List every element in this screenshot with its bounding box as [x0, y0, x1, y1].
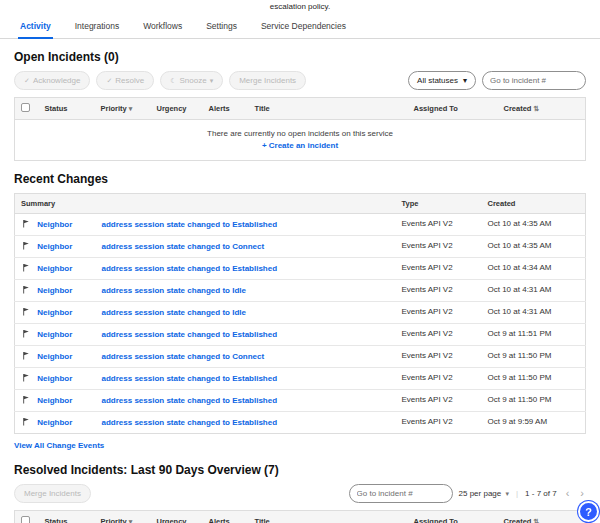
- change-actor-link[interactable]: Neighbor: [37, 308, 99, 317]
- table-row: Neighbor address session state changed t…: [15, 390, 586, 412]
- resolve-icon: ✓: [106, 77, 112, 85]
- snooze-button[interactable]: ☾ Snooze ▾: [160, 71, 223, 90]
- column-title[interactable]: Title: [249, 511, 408, 523]
- change-actor-link[interactable]: Neighbor: [37, 286, 99, 295]
- change-summary-link[interactable]: address session state changed to Idle: [101, 286, 246, 295]
- change-actor-link[interactable]: Neighbor: [37, 242, 99, 251]
- table-row: Neighbor address session state changed t…: [15, 346, 586, 368]
- select-all-checkbox[interactable]: [21, 516, 30, 523]
- acknowledge-label: Acknowledge: [33, 76, 81, 85]
- change-created: Oct 9 at 11:50 PM: [482, 368, 586, 390]
- column-assigned-to[interactable]: Assigned To: [408, 98, 498, 120]
- change-event-icon: [21, 417, 30, 428]
- table-row: Neighbor address session state changed t…: [15, 258, 586, 280]
- service-description: escalation policy.: [0, 0, 600, 15]
- tab-bar: Activity Integrations Workflows Settings…: [0, 15, 600, 39]
- chevron-right-icon[interactable]: ›: [578, 488, 586, 499]
- change-actor-link[interactable]: Neighbor: [37, 220, 99, 229]
- tab-integrations[interactable]: Integrations: [73, 15, 121, 39]
- column-alerts[interactable]: Alerts: [203, 98, 249, 120]
- change-created: Oct 9 at 11:51 PM: [482, 324, 586, 346]
- change-summary-link[interactable]: address session state changed to Establi…: [101, 264, 277, 273]
- column-urgency[interactable]: Urgency: [151, 98, 203, 120]
- change-actor-link[interactable]: Neighbor: [37, 396, 99, 405]
- goto-incident-input[interactable]: [482, 71, 586, 90]
- change-type: Events API V2: [396, 412, 482, 434]
- column-type: Type: [396, 194, 482, 214]
- sort-icon: ⇅: [533, 518, 539, 523]
- change-summary-link[interactable]: address session state changed to Connect: [101, 242, 264, 251]
- column-assigned-to[interactable]: Assigned To: [408, 511, 498, 523]
- change-event-icon: [21, 351, 30, 362]
- change-actor-link[interactable]: Neighbor: [37, 374, 99, 383]
- column-status[interactable]: Status: [39, 98, 95, 120]
- change-event-icon: [21, 329, 30, 340]
- merge-incidents-label: Merge Incidents: [239, 76, 296, 85]
- merge-incidents-label: Merge Incidents: [24, 489, 81, 498]
- column-title[interactable]: Title: [249, 98, 408, 120]
- chevron-left-icon[interactable]: ‹: [564, 488, 572, 499]
- change-actor-link[interactable]: Neighbor: [37, 330, 99, 339]
- view-all-change-events-link[interactable]: View All Change Events: [14, 441, 104, 450]
- column-priority[interactable]: Priority▾: [95, 98, 151, 120]
- snooze-icon: ☾: [170, 77, 176, 85]
- snooze-label: Snooze: [180, 76, 207, 85]
- table-header-row: Status Priority▾ Urgency Alerts Title As…: [15, 98, 586, 120]
- table-header-row: Summary Type Created: [15, 194, 586, 214]
- tab-activity[interactable]: Activity: [18, 15, 53, 39]
- change-type: Events API V2: [396, 368, 482, 390]
- change-summary-link[interactable]: address session state changed to Establi…: [101, 374, 277, 383]
- chevron-down-icon: ▾: [210, 77, 214, 85]
- change-summary-link[interactable]: address session state changed to Idle: [101, 308, 246, 317]
- acknowledge-button[interactable]: ✓ Acknowledge: [14, 71, 90, 90]
- create-incident-link[interactable]: + Create an incident: [262, 141, 338, 150]
- status-filter-dropdown[interactable]: All statuses ▾: [408, 71, 476, 90]
- change-actor-link[interactable]: Neighbor: [37, 418, 99, 427]
- merge-incidents-button[interactable]: Merge Incidents: [14, 484, 91, 503]
- open-incidents-filters: All statuses ▾: [408, 71, 586, 90]
- change-actor-link[interactable]: Neighbor: [37, 264, 99, 273]
- change-type: Events API V2: [396, 280, 482, 302]
- column-created[interactable]: Created⇅: [498, 98, 586, 120]
- change-event-icon: [21, 263, 30, 274]
- status-filter-label: All statuses: [417, 76, 458, 85]
- goto-incident-input[interactable]: [349, 484, 453, 503]
- resolved-incidents-title: Resolved Incidents: Last 90 Days Overvie…: [14, 463, 586, 477]
- tab-workflows[interactable]: Workflows: [141, 15, 184, 39]
- change-summary-link[interactable]: address session state changed to Establi…: [101, 220, 277, 229]
- column-urgency[interactable]: Urgency: [151, 511, 203, 523]
- column-priority[interactable]: Priority▾: [95, 511, 151, 523]
- change-event-icon: [21, 219, 30, 230]
- merge-incidents-button[interactable]: Merge Incidents: [229, 71, 306, 90]
- recent-changes-table: Summary Type Created Neighbor address se…: [14, 193, 586, 434]
- change-actor-link[interactable]: Neighbor: [37, 352, 99, 361]
- help-button[interactable]: ?: [578, 501, 599, 522]
- select-all-checkbox[interactable]: [21, 103, 30, 112]
- open-incidents-toolbar: ✓ Acknowledge ✓ Resolve ☾ Snooze ▾ Merge…: [14, 71, 586, 90]
- change-type: Events API V2: [396, 214, 482, 236]
- table-row: Neighbor address session state changed t…: [15, 214, 586, 236]
- open-incidents-title: Open Incidents (0): [14, 50, 586, 64]
- column-status[interactable]: Status: [39, 511, 95, 523]
- change-summary-link[interactable]: address session state changed to Connect: [101, 352, 264, 361]
- column-created[interactable]: Created⇅: [498, 511, 586, 523]
- recent-changes-title: Recent Changes: [14, 172, 586, 186]
- page-range: 1 - 7 of 7: [525, 489, 557, 498]
- per-page-dropdown[interactable]: 25 per page ▾: [459, 489, 509, 498]
- resolve-button[interactable]: ✓ Resolve: [96, 71, 154, 90]
- change-event-icon: [21, 285, 30, 296]
- change-summary-link[interactable]: address session state changed to Establi…: [101, 330, 277, 339]
- acknowledge-icon: ✓: [24, 77, 30, 85]
- column-alerts[interactable]: Alerts: [203, 511, 249, 523]
- change-summary-link[interactable]: address session state changed to Establi…: [101, 396, 277, 405]
- pagination: 25 per page ▾ | 1 - 7 of 7 ‹ ›: [459, 488, 586, 499]
- change-summary-link[interactable]: address session state changed to Establi…: [101, 418, 277, 427]
- tab-settings[interactable]: Settings: [204, 15, 239, 39]
- divider: |: [516, 489, 518, 498]
- table-header-row: Status Priority▾ Urgency Alerts Title As…: [15, 511, 586, 523]
- change-created: Oct 10 at 4:31 AM: [482, 280, 586, 302]
- change-type: Events API V2: [396, 258, 482, 280]
- tab-service-dependencies[interactable]: Service Dependencies: [259, 15, 348, 39]
- change-type: Events API V2: [396, 324, 482, 346]
- chevron-down-icon: ▾: [129, 105, 133, 112]
